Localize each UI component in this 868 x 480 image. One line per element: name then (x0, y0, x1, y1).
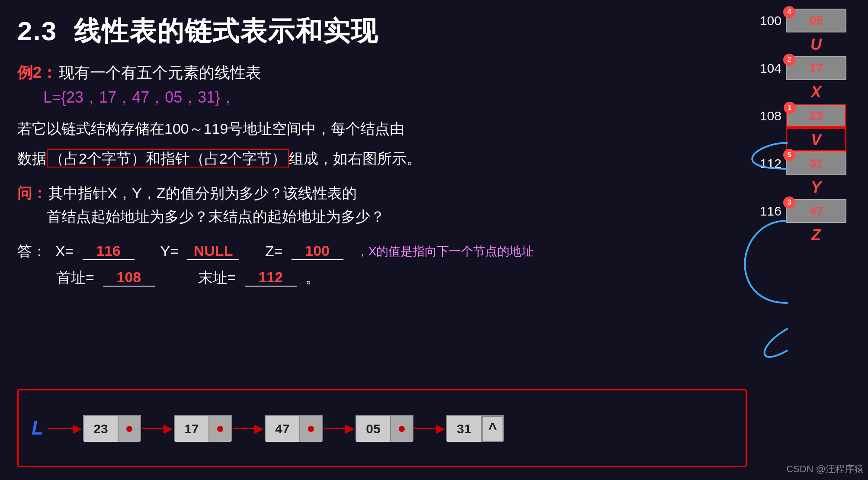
page: 2.3 线性表的链式表示和实现 例2： 现有一个有五个元素的线性表 L={23，… (0, 0, 868, 480)
content-area: 例2： 现有一个有五个元素的线性表 L={23，17，47，05，31}， 若它… (17, 62, 753, 288)
memory-row-8: 116 3 47 (756, 199, 851, 223)
memory-table: 100 4 05 U 104 2 17 X 108 1 (756, 9, 851, 247)
connector-3: ▶ (323, 421, 355, 435)
end-label: 末址= (198, 268, 236, 288)
memory-row-6: 112 5 31 (756, 151, 851, 175)
cell-17: 2 17 (786, 56, 846, 80)
ll-node-05-ptr (391, 416, 413, 442)
end-value: 112 (245, 269, 297, 287)
badge-3: 3 (783, 197, 795, 209)
answer-note: ，X的值是指向下一个节点的地址 (356, 243, 534, 260)
connector-2: ▶ (233, 421, 264, 435)
example-intro-line: 例2： 现有一个有五个元素的线性表 (17, 62, 753, 84)
answer-prefix: 答： (17, 242, 47, 261)
addr-108: 108 (756, 109, 782, 123)
ll-node-47: 47 (265, 415, 323, 441)
memory-row-7: Y (756, 175, 851, 199)
ll-dot-23 (126, 426, 132, 432)
ll-node-31-data: 31 (447, 416, 482, 442)
badge-4: 4 (783, 6, 795, 18)
example-list: L={23，17，47，05，31}， (43, 87, 753, 108)
memory-row-3: X (756, 80, 851, 104)
y-value: NULL (187, 242, 239, 260)
ll-arrowhead: ▶ (73, 421, 82, 435)
addr-100: 100 (756, 13, 782, 28)
example-intro: 现有一个有五个元素的线性表 (59, 64, 261, 81)
addr-116: 116 (756, 204, 782, 219)
ll-node-05: 05 (356, 415, 413, 441)
connector-1: ▶ (142, 421, 173, 435)
cell-05: 4 05 (786, 9, 846, 32)
watermark: CSDN @汪程序猿 (786, 463, 864, 476)
addr-value: 108 (103, 269, 155, 287)
page-title: 2.3 线性表的链式表示和实现 (17, 13, 851, 49)
memory-row-9: Z (756, 223, 851, 247)
ll-dot-05 (399, 426, 405, 432)
desc-line2-pre: 数据 (17, 150, 47, 167)
addr-104: 104 (756, 61, 782, 76)
cell-U: U (786, 32, 846, 56)
desc-line1: 若它以链式结构存储在100～119号地址空间中，每个结点由 (17, 117, 753, 140)
badge-1: 1 (784, 102, 796, 114)
memory-row-2: 104 2 17 (756, 56, 851, 80)
cell-Z: Z (786, 223, 846, 247)
ll-arrow-line (48, 428, 74, 429)
addr-label: 首址= (56, 268, 94, 288)
ll-label: L (32, 417, 43, 439)
ll-dot-17 (217, 426, 223, 432)
cell-23: 1 23 (786, 104, 846, 128)
cell-V: V (786, 128, 846, 151)
memory-row-5: V (756, 128, 851, 151)
ll-node-23: 23 (83, 415, 141, 441)
badge-2: 2 (783, 54, 795, 66)
ll-node-17-ptr (209, 416, 231, 442)
answer-line2: 首址= 108 末址= 112 。 (56, 268, 753, 288)
cell-Y: Y (786, 175, 846, 199)
connector-4: ▶ (414, 421, 445, 435)
ll-dot-47 (308, 426, 314, 432)
linked-list-section: L ▶ 23 ▶ 17 ▶ 47 (17, 389, 747, 467)
ll-node-31: 31 ^ (446, 415, 504, 441)
desc-line2: 数据（占2个字节）和指针（占2个字节）组成，如右图所示。 (17, 147, 753, 170)
cell-X: X (786, 80, 846, 104)
badge-5: 5 (783, 149, 795, 161)
answer-line1: 答： X= 116 Y= NULL Z= 100 ，X的值是指向下一个节点的地址 (17, 242, 753, 261)
desc-line1-text: 若它以链式结构存储在100～119号地址空间中，每个结点由 (17, 120, 404, 137)
question-section: 问： 其中指针X，Y，Z的值分别为多少？该线性表的 首结点起始地址为多少？末结点… (17, 181, 753, 229)
ll-node-47-ptr (300, 416, 322, 442)
addr-112: 112 (756, 156, 782, 171)
ll-node-23-ptr (119, 416, 140, 442)
ll-node-31-end: ^ (482, 416, 503, 442)
cell-31: 5 31 (786, 151, 846, 175)
desc-line2-boxed: （占2个字节）和指针（占2个字节） (47, 149, 289, 168)
example-label: 例2： (17, 64, 57, 81)
question-label: 问： (17, 185, 47, 201)
question-line2: 首结点起始地址为多少？末结点的起始地址为多少？ (47, 205, 753, 228)
title-text: 线性表的链式表示和实现 (74, 16, 378, 46)
title-number: 2.3 (17, 16, 57, 46)
ll-node-17: 17 (174, 415, 232, 441)
ll-node-47-data: 47 (266, 416, 300, 442)
memory-row-1: U (756, 32, 851, 56)
ll-node-05-data: 05 (356, 416, 391, 442)
ll-node-23-data: 23 (84, 416, 119, 442)
z-label: Z= (265, 243, 283, 260)
z-value: 100 (291, 242, 343, 260)
memory-row-4: 108 1 23 (756, 104, 851, 128)
y-label: Y= (160, 243, 179, 260)
answer-section: 答： X= 116 Y= NULL Z= 100 ，X的值是指向下一个节点的地址… (17, 242, 753, 288)
period: 。 (305, 268, 320, 288)
ll-node-17-data: 17 (175, 416, 209, 442)
desc-line2-post: 组成，如右图所示。 (289, 150, 421, 167)
question-line1-text: 其中指针X，Y，Z的值分别为多少？该线性表的 (48, 185, 356, 201)
x-value: 116 (83, 242, 135, 260)
x-label: X= (55, 243, 74, 260)
question-line1: 问： 其中指针X，Y，Z的值分别为多少？该线性表的 (17, 181, 753, 205)
ll-start-arrow: ▶ (48, 421, 82, 435)
cell-47: 3 47 (786, 199, 846, 223)
memory-row-0: 100 4 05 (756, 9, 851, 32)
